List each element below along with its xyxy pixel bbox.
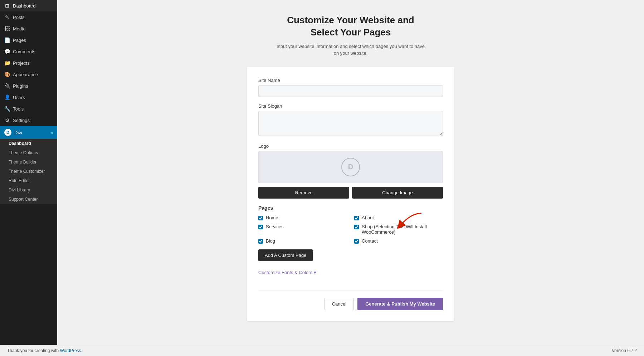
- shop-checkbox[interactable]: [354, 225, 359, 229]
- divi-menu-header[interactable]: D Divi ◀: [0, 126, 57, 139]
- sidebar-item-appearance-label: Appearance: [13, 72, 38, 77]
- sidebar-item-projects-label: Projects: [13, 60, 30, 66]
- divi-theme-customizer-label: Theme Customizer: [9, 169, 45, 174]
- logo-preview: D: [258, 151, 443, 183]
- divi-library-label: Divi Library: [9, 187, 30, 192]
- divi-theme-options[interactable]: Theme Options: [0, 148, 57, 157]
- services-checkbox[interactable]: [258, 225, 263, 229]
- divi-dashboard-label: Dashboard: [9, 141, 31, 146]
- home-checkbox[interactable]: [258, 216, 263, 220]
- sidebar-item-comments[interactable]: 💬 Comments: [0, 46, 57, 57]
- footer-credit: Thank you for creating with WordPress.: [7, 348, 82, 353]
- contact-checkbox[interactable]: [354, 239, 359, 244]
- remove-logo-button[interactable]: Remove: [258, 187, 349, 199]
- site-name-group: Site Name: [258, 78, 443, 97]
- sidebar-item-plugins-label: Plugins: [13, 83, 28, 89]
- footer-version: Version 6.7.2: [612, 348, 637, 353]
- card-footer: Cancel Generate & Publish My Website: [258, 290, 443, 310]
- sidebar-item-plugins[interactable]: 🔌 Plugins: [0, 80, 57, 92]
- customize-fonts-label: Customize Fonts & Colors: [258, 270, 312, 275]
- cancel-button[interactable]: Cancel: [325, 298, 354, 310]
- sidebar-item-pages-label: Pages: [13, 38, 26, 43]
- sidebar-item-dashboard[interactable]: ⊞ Dashboard: [0, 0, 57, 11]
- shop-label: Shop (Selecting This Will Install WooCom…: [362, 224, 443, 235]
- plugins-icon: 🔌: [4, 83, 10, 89]
- appearance-icon: 🎨: [4, 72, 10, 77]
- media-icon: 🖼: [4, 26, 10, 31]
- logo-label: Logo: [258, 143, 443, 149]
- sidebar-item-appearance[interactable]: 🎨 Appearance: [0, 69, 57, 80]
- page-check-services: Services: [258, 224, 347, 235]
- sidebar-nav: ⊞ Dashboard ✎ Posts 🖼 Media 📄 Pages 💬 Co…: [0, 0, 57, 345]
- divi-theme-builder-label: Theme Builder: [9, 160, 36, 165]
- footer-wordpress-link[interactable]: WordPress.: [60, 348, 82, 353]
- customize-fonts-link[interactable]: Customize Fonts & Colors ▾: [258, 270, 316, 275]
- sidebar-item-posts[interactable]: ✎ Posts: [0, 11, 57, 23]
- page-subtitle: Input your website information and selec…: [277, 43, 425, 57]
- change-image-button[interactable]: Change Image: [352, 187, 443, 199]
- divi-theme-customizer[interactable]: Theme Customizer: [0, 167, 57, 176]
- blog-checkbox[interactable]: [258, 239, 263, 244]
- comments-icon: 💬: [4, 49, 10, 54]
- divi-submenu: Dashboard Theme Options Theme Builder Th…: [0, 139, 57, 204]
- divi-role-editor[interactable]: Role Editor: [0, 176, 57, 185]
- sidebar-item-media-label: Media: [13, 26, 25, 31]
- sidebar-item-tools[interactable]: 🔧 Tools: [0, 103, 57, 114]
- site-slogan-input[interactable]: [258, 111, 443, 136]
- sidebar-item-posts-label: Posts: [13, 15, 25, 20]
- divi-library[interactable]: Divi Library: [0, 185, 57, 195]
- pages-grid: Home About Services Shop (Selecting This…: [258, 215, 443, 244]
- divi-theme-options-label: Theme Options: [9, 150, 38, 155]
- tools-icon: 🔧: [4, 106, 10, 112]
- logo-group: Logo D Remove Change Image: [258, 143, 443, 199]
- about-checkbox[interactable]: [354, 216, 359, 220]
- pages-section-label: Pages: [258, 205, 443, 211]
- divi-support-center[interactable]: Support Center: [0, 195, 57, 204]
- add-custom-page-wrapper: Add A Custom Page: [258, 249, 443, 266]
- page-check-contact: Contact: [354, 238, 443, 244]
- sidebar-item-tools-label: Tools: [13, 106, 24, 112]
- posts-icon: ✎: [4, 14, 10, 20]
- pages-checkboxes-wrapper: Home About Services Shop (Selecting This…: [258, 215, 443, 244]
- publish-button[interactable]: Generate & Publish My Website: [357, 298, 443, 310]
- pages-group: Pages Home: [258, 205, 443, 284]
- page-check-shop: Shop (Selecting This Will Install WooCom…: [354, 224, 443, 235]
- site-name-input[interactable]: [258, 85, 443, 97]
- page-check-blog: Blog: [258, 238, 347, 244]
- logo-buttons: Remove Change Image: [258, 187, 443, 199]
- divi-theme-builder[interactable]: Theme Builder: [0, 157, 57, 167]
- page-title: Customize Your Website and Select Your P…: [287, 14, 414, 39]
- services-label: Services: [266, 224, 284, 229]
- add-custom-page-button[interactable]: Add A Custom Page: [258, 249, 313, 261]
- sidebar-item-media[interactable]: 🖼 Media: [0, 23, 57, 34]
- page-check-home: Home: [258, 215, 347, 220]
- customize-fonts-wrapper: Customize Fonts & Colors ▾: [258, 270, 443, 284]
- divi-collapse-arrow: ◀: [50, 131, 53, 135]
- users-icon: 👤: [4, 94, 10, 100]
- divi-logo-icon: D: [4, 129, 11, 136]
- divi-label: Divi: [14, 130, 22, 135]
- sidebar-item-settings[interactable]: ⚙ Settings: [0, 114, 57, 126]
- logo-placeholder-icon: D: [341, 158, 360, 176]
- footer-bar: Thank you for creating with WordPress. V…: [0, 345, 644, 356]
- sidebar-item-users[interactable]: 👤 Users: [0, 92, 57, 103]
- setup-card: Site Name Site Slogan Logo D Remove Chan…: [247, 67, 454, 321]
- page-check-about: About: [354, 215, 443, 220]
- divi-support-center-label: Support Center: [9, 197, 38, 202]
- main-content: Customize Your Website and Select Your P…: [57, 0, 644, 356]
- dashboard-icon: ⊞: [4, 3, 10, 9]
- about-label: About: [362, 215, 374, 220]
- blog-label: Blog: [266, 238, 275, 244]
- site-slogan-group: Site Slogan: [258, 103, 443, 137]
- sidebar-item-pages[interactable]: 📄 Pages: [0, 34, 57, 46]
- contact-label: Contact: [362, 238, 378, 244]
- home-label: Home: [266, 215, 278, 220]
- divi-dashboard-item[interactable]: Dashboard: [0, 139, 57, 148]
- sidebar-item-settings-label: Settings: [13, 118, 30, 123]
- sidebar-item-projects[interactable]: 📁 Projects: [0, 57, 57, 69]
- sidebar-item-comments-label: Comments: [13, 49, 35, 54]
- site-name-label: Site Name: [258, 78, 443, 83]
- pages-icon: 📄: [4, 37, 10, 43]
- customize-fonts-arrow: ▾: [314, 270, 316, 275]
- sidebar: ⊞ Dashboard ✎ Posts 🖼 Media 📄 Pages 💬 Co…: [0, 0, 57, 356]
